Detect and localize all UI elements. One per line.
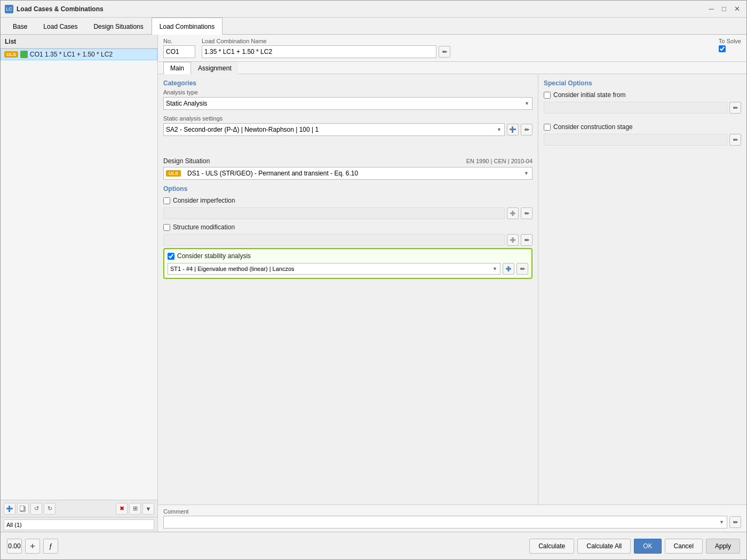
imperfection-input[interactable] xyxy=(163,207,505,219)
analysis-type-label: Analysis type xyxy=(163,89,533,95)
cancel-button[interactable]: Cancel xyxy=(665,539,703,554)
tab-load-cases[interactable]: Load Cases xyxy=(35,18,85,35)
ok-button[interactable]: OK xyxy=(634,539,661,554)
structure-modification-label[interactable]: Structure modification xyxy=(163,223,533,231)
uls-badge: ULS xyxy=(4,51,18,58)
categories-title: Categories xyxy=(163,79,533,87)
stability-dropdown-row: ST1 - #4 | Eigenvalue method (linear) | … xyxy=(168,263,528,275)
sidebar-toolbar: ↺ ↻ ✖ ⊞ ▼ xyxy=(1,500,157,517)
stability-new-btn[interactable] xyxy=(503,263,514,275)
static-settings-label: Static analysis settings xyxy=(163,115,533,122)
sub-tabs: Main Assignment xyxy=(158,62,746,74)
comment-edit-btn[interactable]: ✏ xyxy=(729,516,741,528)
static-settings-new-button[interactable] xyxy=(507,124,519,135)
tab-base[interactable]: Base xyxy=(5,18,35,35)
analysis-type-select[interactable]: Static Analysis xyxy=(163,97,533,110)
imperfection-edit-btn[interactable]: ✏ xyxy=(521,207,533,219)
initial-state-edit-btn[interactable]: ✏ xyxy=(729,102,741,114)
to-solve-label: To Solve xyxy=(719,38,741,44)
analysis-type-row: Static Analysis xyxy=(163,97,533,110)
construction-stage-label[interactable]: Consider construction stage xyxy=(544,123,741,131)
apply-button[interactable]: Apply xyxy=(706,539,740,554)
svg-rect-5 xyxy=(512,126,513,133)
stability-edit-btn[interactable]: ✏ xyxy=(516,263,528,275)
to-solve-checkbox[interactable] xyxy=(719,45,726,52)
structure-mod-edit-btn[interactable]: ✏ xyxy=(521,234,533,246)
calculate-all-button[interactable]: Calculate All xyxy=(577,539,631,554)
view-button[interactable]: ⊞ xyxy=(129,503,141,515)
spacer xyxy=(163,141,533,152)
construction-stage-edit-btn[interactable]: ✏ xyxy=(729,134,741,146)
initial-state-checkbox[interactable] xyxy=(544,92,551,99)
right-column: Special Options Consider initial state f… xyxy=(538,74,746,505)
construction-stage-checkbox[interactable] xyxy=(544,124,551,131)
name-input[interactable] xyxy=(202,45,436,58)
main-window: LC Load Cases & Combinations ─ □ ✕ Base … xyxy=(0,0,747,560)
redo-button[interactable]: ↻ xyxy=(44,503,55,515)
delete-button[interactable]: ✖ xyxy=(116,503,128,515)
svg-rect-7 xyxy=(512,211,514,216)
imperfection-new-btn[interactable] xyxy=(507,207,519,219)
analysis-type-wrapper: Static Analysis xyxy=(163,97,533,110)
undo-button[interactable]: ↺ xyxy=(30,503,42,515)
options-section: Options Consider imperfection xyxy=(163,185,533,279)
add-button[interactable] xyxy=(4,503,15,515)
window-controls: ─ □ ✕ xyxy=(706,4,742,14)
imperfection-content: Consider imperfection ✏ xyxy=(163,197,533,219)
design-situation-row: ULS DS1 - ULS (STR/GEO) - Permanent and … xyxy=(163,167,533,180)
no-input[interactable] xyxy=(163,45,195,58)
svg-rect-9 xyxy=(512,237,514,243)
list-item[interactable]: ULS CO1 1.35 * LC1 + 1.50 * LC2 xyxy=(1,49,157,60)
stability-select[interactable]: ST1 - #4 | Eigenvalue method (linear) | … xyxy=(168,263,500,275)
close-button[interactable]: ✕ xyxy=(732,4,742,14)
filter-select[interactable]: All (1) xyxy=(4,519,154,530)
svg-rect-1 xyxy=(9,506,10,512)
static-settings-select[interactable]: SA2 - Second-order (P-Δ) | Newton-Raphso… xyxy=(163,123,505,136)
stability-analysis-label[interactable]: Consider stability analysis xyxy=(168,252,528,260)
sub-tab-main[interactable]: Main xyxy=(163,62,191,74)
edit-name-button[interactable]: ✏ xyxy=(439,46,450,58)
to-solve-section: To Solve xyxy=(719,38,741,52)
design-situation-select[interactable]: DS1 - ULS (STR/GEO) - Permanent and tran… xyxy=(185,167,530,180)
design-situation-header: Design Situation EN 1990 | CEN | 2010-04 xyxy=(163,157,533,165)
main-panel: No. Load Combination Name ✏ To Solve xyxy=(158,35,746,532)
imperfection-dropdown-row: ✏ xyxy=(163,207,533,219)
sub-tab-assignment[interactable]: Assignment xyxy=(191,62,239,74)
item-text: CO1 1.35 * LC1 + 1.50 * LC2 xyxy=(30,51,113,58)
copy-button[interactable] xyxy=(17,503,29,515)
stability-analysis-checkbox[interactable] xyxy=(168,253,174,260)
comment-section: Comment ✏ xyxy=(158,505,746,532)
minimize-button[interactable]: ─ xyxy=(706,4,717,14)
app-icon: LC xyxy=(5,5,13,13)
top-form: No. Load Combination Name ✏ To Solve xyxy=(158,35,746,62)
initial-state-row: Consider initial state from ✏ xyxy=(544,89,741,116)
imperfection-checkbox[interactable] xyxy=(163,197,170,204)
static-settings-edit-button[interactable]: ✏ xyxy=(521,124,533,135)
maximize-button[interactable]: □ xyxy=(719,4,729,14)
imperfection-label[interactable]: Consider imperfection xyxy=(163,197,533,204)
coordinates-btn[interactable]: 0.00 xyxy=(7,539,22,554)
comment-select[interactable] xyxy=(163,516,727,529)
sidebar-list: ULS CO1 1.35 * LC1 + 1.50 * LC2 xyxy=(1,49,157,500)
static-settings-row: SA2 - Second-order (P-Δ) | Newton-Raphso… xyxy=(163,123,533,136)
initial-state-input[interactable] xyxy=(544,102,727,114)
bottom-left-tools: 0.00 ƒ xyxy=(7,539,58,554)
structure-mod-new-btn[interactable] xyxy=(507,234,519,246)
view-dropdown[interactable]: ▼ xyxy=(142,503,154,515)
formula-btn[interactable]: ƒ xyxy=(43,539,58,554)
structure-modification-input[interactable] xyxy=(163,234,505,246)
window-title: Load Cases & Combinations xyxy=(17,5,703,13)
left-column: Categories Analysis type Static Analysis xyxy=(158,74,538,505)
initial-state-label[interactable]: Consider initial state from xyxy=(544,91,741,99)
tab-design-situations[interactable]: Design Situations xyxy=(85,18,151,35)
comment-wrapper xyxy=(163,516,727,529)
design-situation-uls-badge: ULS xyxy=(166,170,181,177)
structure-modification-checkbox[interactable] xyxy=(163,224,170,231)
snap-btn[interactable] xyxy=(25,539,40,554)
construction-stage-input[interactable] xyxy=(544,134,727,146)
options-title: Options xyxy=(163,185,533,193)
tab-load-combinations[interactable]: Load Combinations xyxy=(152,18,222,35)
design-situation-wrapper: ULS DS1 - ULS (STR/GEO) - Permanent and … xyxy=(163,167,533,180)
design-situation-section: Design Situation EN 1990 | CEN | 2010-04… xyxy=(163,157,533,180)
calculate-button[interactable]: Calculate xyxy=(529,539,574,554)
